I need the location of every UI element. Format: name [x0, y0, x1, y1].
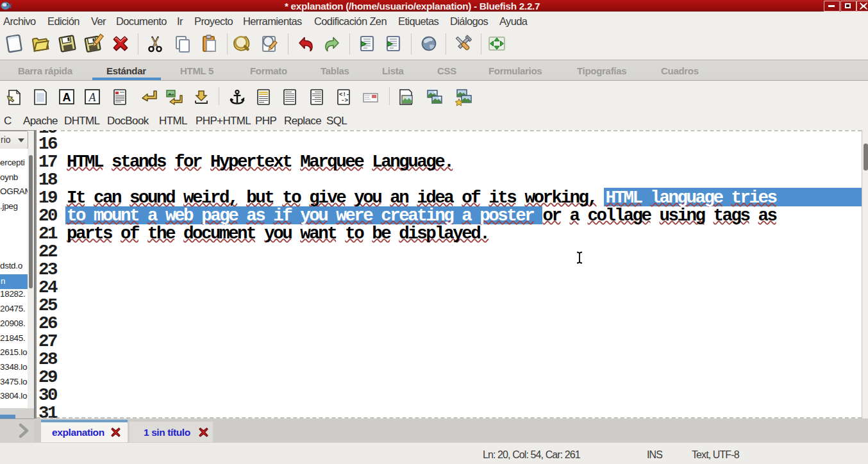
svg-text:->: -> — [341, 97, 348, 104]
svg-text:A: A — [62, 91, 71, 104]
svg-text:A: A — [88, 91, 97, 104]
